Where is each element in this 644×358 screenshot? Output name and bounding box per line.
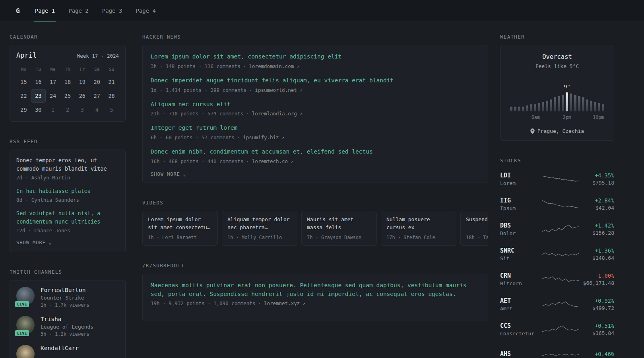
video-title-link[interactable]: Mauris sit amet massa felis: [307, 216, 371, 232]
stock-change: +1.36%: [579, 247, 614, 254]
dashboard: CALENDAR April Week 17 · 2024 MoTuWeThFr…: [0, 22, 644, 358]
stock-symbol-link[interactable]: CCS: [500, 322, 541, 329]
stock-symbol-link[interactable]: AET: [500, 297, 541, 304]
channel-info: TrishaLeague of Legends3h · 1.2k viewers: [41, 316, 93, 337]
story-title-link[interactable]: Donec enim nibh, condimentum et accumsan…: [151, 148, 480, 156]
subreddit-post-list: Maecenas mollis pulvinar erat non posuer…: [151, 281, 480, 307]
story-domain-link[interactable]: ipsumify.biz: [243, 134, 279, 140]
navbar: G Page 1Page 2Page 3Page 4: [0, 0, 644, 22]
calendar-day: 3: [75, 103, 89, 117]
tab-page-1[interactable]: Page 1: [34, 0, 56, 21]
story-domain-link[interactable]: loremdomain.com: [249, 63, 294, 69]
story-title-link[interactable]: Maecenas mollis pulvinar erat non posuer…: [151, 281, 480, 299]
tab-page-3[interactable]: Page 3: [101, 0, 123, 21]
story-title-link[interactable]: Lorem ipsum dolor sit amet, consectetur …: [151, 53, 480, 61]
stock-sparkline-cell: [541, 348, 579, 358]
stock-name: Ipsum: [500, 205, 541, 211]
right-column: WEATHER Overcast Feels like 5°C 9° 6am2p…: [500, 34, 614, 358]
stock-sparkline: [542, 323, 579, 336]
story-domain-link[interactable]: loremlandia.org: [252, 111, 297, 117]
stock-change: -1.00%: [579, 272, 614, 279]
stock-change: +2.84%: [579, 197, 614, 204]
stock-symbol-link[interactable]: DBS: [500, 222, 541, 229]
stock-sparkline-cell: [541, 222, 579, 236]
weather-hour-bar: [602, 104, 604, 111]
channel-name-link[interactable]: ForrestBurton: [41, 287, 89, 293]
story-domain-link[interactable]: ipsumworld.net: [255, 87, 297, 93]
tab-page-4[interactable]: Page 4: [135, 0, 157, 21]
rss-item-link[interactable]: In hac habitasse platea: [16, 187, 119, 195]
story-meta-text: 3h · 148 points · 116 comments: [151, 63, 241, 69]
video-card: Mauris sit amet massa felis7h · Grayson …: [301, 211, 377, 246]
show-more-button[interactable]: SHOW MORE ⌄: [16, 240, 119, 245]
story-domain-link[interactable]: loremtech.co: [252, 158, 288, 164]
video-meta: 1h · Molly Carrillo: [227, 235, 292, 240]
video-meta: 18h · Tara: [466, 235, 488, 240]
subreddit-card: Maecenas mollis pulvinar erat non posuer…: [142, 274, 488, 321]
video-title-link[interactable]: Suspendisse diam: [466, 216, 488, 232]
stock-id: AETAmet: [500, 297, 541, 311]
story-item: Donec imperdiet augue tincidunt felis al…: [151, 76, 480, 93]
weather-hour-bar: 9°: [566, 92, 568, 111]
video-title-link[interactable]: Lorem ipsum dolor sit amet consectetu…: [148, 216, 212, 232]
stock-values: +0.51%$165.84: [579, 323, 614, 336]
stock-symbol-link[interactable]: SNRC: [500, 247, 541, 254]
calendar-week-year: Week 17 · 2024: [77, 53, 119, 59]
stock-symbol-link[interactable]: CRN: [500, 272, 541, 279]
rss-item-link[interactable]: Donec tempor eros leo, ut commodo mauris…: [16, 156, 119, 173]
stock-id: LDILorem: [500, 172, 541, 186]
story-meta-text: 1d · 1,414 points · 299 comments: [151, 87, 246, 93]
video-meta: 1h · Lori Barnett: [148, 235, 212, 240]
stock-values: +0.92%$499.72: [579, 298, 614, 311]
weather-hour-bar: [550, 99, 552, 111]
video-title-link[interactable]: Nullam posuere cursus ex: [386, 216, 451, 232]
meta-separator: ·: [249, 87, 252, 93]
calendar-day: 22: [16, 89, 31, 103]
stock-symbol-link[interactable]: LDI: [500, 172, 541, 179]
channel-avatar[interactable]: LIVE: [16, 345, 35, 358]
channel-avatar[interactable]: LIVE: [16, 316, 35, 334]
story-title-link[interactable]: Integer eget rutrum lorem: [151, 124, 480, 132]
widget-title-subreddit: /R/SUBREDDIT: [142, 263, 488, 268]
calendar-day-header: Fr: [75, 64, 89, 75]
stock-name: Dolor: [500, 230, 541, 236]
stock-price: $148.64: [579, 255, 614, 261]
story-title-link[interactable]: Donec imperdiet augue tincidunt felis al…: [151, 76, 480, 85]
show-more-button[interactable]: SHOW MORE ⌄: [151, 171, 480, 177]
calendar-day: 18: [60, 75, 75, 89]
stock-row: AHS+0.46%: [500, 344, 614, 358]
channel-avatar[interactable]: LIVE: [16, 287, 35, 305]
channel-info: KendallCarr: [41, 345, 79, 358]
calendar-day-header: Th: [60, 64, 75, 75]
weather-hour-bar: [578, 96, 580, 111]
stock-sparkline-cell: [541, 323, 579, 336]
story-meta-text: 6h · 60 points · 57 comments: [151, 134, 235, 140]
story-domain-link[interactable]: loremnet.xyz: [264, 300, 300, 306]
video-card: Aliquam tempor dolor nec pharetra…1h · M…: [222, 211, 297, 246]
stocks-widget: STOCKS LDILorem+4.35%$795.18IIGIpsum+2.8…: [500, 158, 614, 358]
rss-item-link[interactable]: Sed volutpat nulla nisl, a condimentum n…: [16, 209, 119, 226]
calendar-day-header: Mo: [16, 64, 31, 75]
channel-name-link[interactable]: KendallCarr: [41, 345, 79, 351]
channel-name-link[interactable]: Trisha: [41, 316, 93, 322]
stock-sparkline: [542, 172, 579, 186]
stock-symbol-link[interactable]: AHS: [500, 350, 541, 358]
stock-values: +1.36%$148.64: [579, 247, 614, 261]
external-link-icon: ↗: [300, 111, 303, 117]
stock-change: +4.35%: [579, 172, 614, 179]
weather-hour-bar: [530, 104, 532, 111]
story-item: Donec enim nibh, condimentum et accumsan…: [151, 148, 480, 164]
video-title-link[interactable]: Aliquam tempor dolor nec pharetra…: [227, 216, 292, 232]
stock-symbol-link[interactable]: IIG: [500, 197, 541, 204]
weather-hour-bar: [586, 99, 588, 111]
subreddit-widget: /R/SUBREDDIT Maecenas mollis pulvinar er…: [142, 263, 488, 321]
calendar-day: 30: [31, 103, 46, 117]
stock-price: $66,171.48: [579, 280, 614, 286]
tab-page-2[interactable]: Page 2: [68, 0, 89, 21]
story-title-link[interactable]: Aliquam nec cursus elit: [151, 100, 480, 109]
stock-name: Amet: [500, 305, 541, 311]
external-link-icon: ↗: [291, 158, 293, 164]
app-logo[interactable]: G: [16, 7, 20, 15]
widget-title-hackernews: HACKER NEWS: [142, 34, 488, 40]
location-pin-icon: [530, 128, 535, 134]
